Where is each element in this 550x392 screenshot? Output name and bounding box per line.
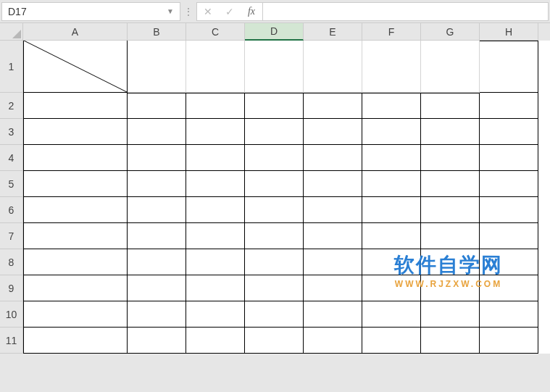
- row-header-4[interactable]: 4: [0, 145, 23, 171]
- cell-G9[interactable]: [421, 275, 480, 301]
- cell-D10[interactable]: [245, 301, 304, 328]
- row-header-6[interactable]: 6: [0, 197, 23, 223]
- cell-C3[interactable]: [186, 119, 245, 145]
- row-header-5[interactable]: 5: [0, 171, 23, 197]
- cell-B9[interactable]: [128, 275, 186, 301]
- dropdown-icon[interactable]: ▼: [167, 7, 174, 15]
- cell-A3[interactable]: [23, 119, 128, 145]
- cell-C5[interactable]: [186, 171, 245, 197]
- cell-E4[interactable]: [304, 145, 362, 171]
- cell-A5[interactable]: [23, 171, 128, 197]
- cell-H4[interactable]: [480, 145, 538, 171]
- cell-A6[interactable]: [23, 197, 128, 223]
- enter-button[interactable]: ✓: [219, 3, 241, 20]
- cell-C9[interactable]: [186, 275, 245, 301]
- cell-C11[interactable]: [186, 328, 245, 354]
- cell-E2[interactable]: [304, 93, 362, 119]
- column-header-C[interactable]: C: [186, 23, 245, 41]
- cell-H7[interactable]: [480, 223, 538, 249]
- column-header-D[interactable]: D: [245, 23, 304, 41]
- row-header-3[interactable]: 3: [0, 119, 23, 145]
- cell-G8[interactable]: [421, 249, 480, 275]
- cell-D2[interactable]: [245, 93, 304, 119]
- row-header-7[interactable]: 7: [0, 223, 23, 249]
- cell-B3[interactable]: [128, 119, 186, 145]
- cell-D3[interactable]: [245, 119, 304, 145]
- cell-A9[interactable]: [23, 275, 128, 301]
- cell-E10[interactable]: [304, 301, 362, 328]
- cell-G1[interactable]: [421, 41, 480, 93]
- row-header-9[interactable]: 9: [0, 275, 23, 301]
- cell-B7[interactable]: [128, 223, 186, 249]
- cell-C6[interactable]: [186, 197, 245, 223]
- cell-A1[interactable]: [23, 41, 128, 93]
- cell-E1[interactable]: [304, 41, 362, 93]
- cell-A8[interactable]: [23, 249, 128, 275]
- cell-G3[interactable]: [421, 119, 480, 145]
- cell-H9[interactable]: [480, 275, 538, 301]
- cell-E5[interactable]: [304, 171, 362, 197]
- cell-B4[interactable]: [128, 145, 186, 171]
- column-header-G[interactable]: G: [421, 23, 480, 41]
- row-header-2[interactable]: 2: [0, 93, 23, 119]
- row-header-10[interactable]: 10: [0, 301, 23, 328]
- cell-D7[interactable]: [245, 223, 304, 249]
- cell-G4[interactable]: [421, 145, 480, 171]
- formula-input[interactable]: [263, 2, 549, 21]
- cell-D4[interactable]: [245, 145, 304, 171]
- insert-function-button[interactable]: fx: [241, 3, 262, 20]
- cell-F1[interactable]: [362, 41, 421, 93]
- column-header-F[interactable]: F: [362, 23, 421, 41]
- cell-C4[interactable]: [186, 145, 245, 171]
- cell-G6[interactable]: [421, 197, 480, 223]
- cell-F9[interactable]: [362, 275, 421, 301]
- column-header-A[interactable]: A: [23, 23, 128, 41]
- cell-E7[interactable]: [304, 223, 362, 249]
- cell-E9[interactable]: [304, 275, 362, 301]
- cell-E8[interactable]: [304, 249, 362, 275]
- cell-H10[interactable]: [480, 301, 538, 328]
- cell-B11[interactable]: [128, 328, 186, 354]
- cell-F3[interactable]: [362, 119, 421, 145]
- cell-H3[interactable]: [480, 119, 538, 145]
- cell-G11[interactable]: [421, 328, 480, 354]
- cell-F7[interactable]: [362, 223, 421, 249]
- row-header-11[interactable]: 11: [0, 328, 23, 354]
- cell-F2[interactable]: [362, 93, 421, 119]
- cell-A10[interactable]: [23, 301, 128, 328]
- cell-G5[interactable]: [421, 171, 480, 197]
- cell-H6[interactable]: [480, 197, 538, 223]
- cell-E3[interactable]: [304, 119, 362, 145]
- cell-F10[interactable]: [362, 301, 421, 328]
- select-all-corner[interactable]: [0, 23, 23, 41]
- cell-F5[interactable]: [362, 171, 421, 197]
- cell-F8[interactable]: [362, 249, 421, 275]
- cell-G10[interactable]: [421, 301, 480, 328]
- cell-F4[interactable]: [362, 145, 421, 171]
- column-header-E[interactable]: E: [304, 23, 362, 41]
- cell-E11[interactable]: [304, 328, 362, 354]
- cell-H2[interactable]: [480, 93, 538, 119]
- cell-D1[interactable]: [245, 41, 304, 93]
- cell-H11[interactable]: [480, 328, 538, 354]
- cell-F11[interactable]: [362, 328, 421, 354]
- cell-E6[interactable]: [304, 197, 362, 223]
- cell-B2[interactable]: [128, 93, 186, 119]
- row-header-1[interactable]: 1: [0, 41, 23, 93]
- cell-C7[interactable]: [186, 223, 245, 249]
- cell-D9[interactable]: [245, 275, 304, 301]
- cell-C1[interactable]: [186, 41, 245, 93]
- cell-A2[interactable]: [23, 93, 128, 119]
- cell-B5[interactable]: [128, 171, 186, 197]
- cell-D11[interactable]: [245, 328, 304, 354]
- cell-D5[interactable]: [245, 171, 304, 197]
- cell-D6[interactable]: [245, 197, 304, 223]
- cell-H1[interactable]: [480, 41, 538, 93]
- cell-C10[interactable]: [186, 301, 245, 328]
- cell-A11[interactable]: [23, 328, 128, 354]
- cell-D8[interactable]: [245, 249, 304, 275]
- cell-F6[interactable]: [362, 197, 421, 223]
- cell-A7[interactable]: [23, 223, 128, 249]
- column-header-B[interactable]: B: [128, 23, 186, 41]
- cell-H8[interactable]: [480, 249, 538, 275]
